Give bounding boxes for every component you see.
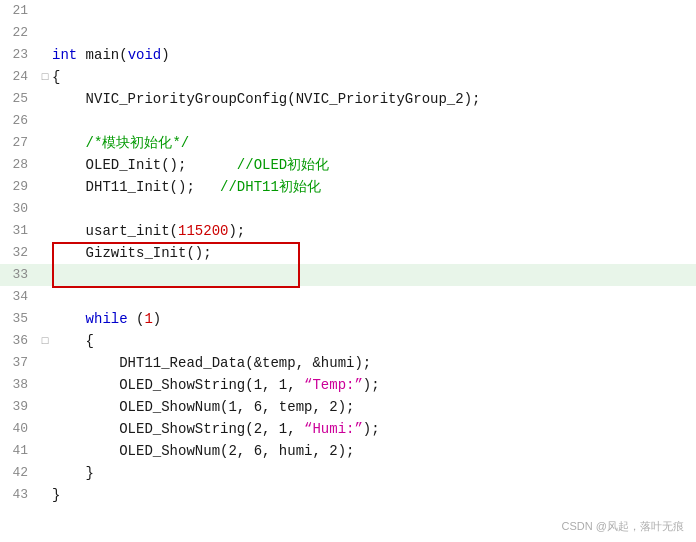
line-content: { [52, 330, 696, 352]
code-token: Gizwits_Init(); [52, 245, 212, 261]
line-content: DHT11_Init(); //DHT11初始化 [52, 176, 696, 198]
code-token: ) [153, 311, 161, 327]
line-content: } [52, 462, 696, 484]
line-number: 39 [0, 396, 38, 418]
line-number: 43 [0, 484, 38, 506]
line-content: OLED_Init(); //OLED初始化 [52, 154, 696, 176]
line-number: 26 [0, 110, 38, 132]
code-line: 27 /*模块初始化*/ [0, 132, 696, 154]
code-token: ); [363, 421, 380, 437]
code-token: NVIC_PriorityGroupConfig(NVIC_PriorityGr… [52, 91, 480, 107]
code-token: ( [128, 311, 145, 327]
watermark: CSDN @风起，落叶无痕 [562, 519, 684, 534]
code-line: 30 [0, 198, 696, 220]
code-token: //OLED初始化 [237, 157, 329, 173]
code-line: 28 OLED_Init(); //OLED初始化 [0, 154, 696, 176]
code-token: “Humi:” [304, 421, 363, 437]
code-editor: 212223int main(void)24□{25 NVIC_Priority… [0, 0, 696, 542]
code-line: 33 [0, 264, 696, 286]
code-token: while [86, 311, 128, 327]
code-token: 115200 [178, 223, 228, 239]
line-content: OLED_ShowNum(1, 6, temp, 2); [52, 396, 696, 418]
code-line: 40 OLED_ShowString(2, 1, “Humi:”); [0, 418, 696, 440]
code-line: 26 [0, 110, 696, 132]
code-line: 41 OLED_ShowNum(2, 6, humi, 2); [0, 440, 696, 462]
line-number: 21 [0, 0, 38, 22]
code-lines: 212223int main(void)24□{25 NVIC_Priority… [0, 0, 696, 506]
code-line: 21 [0, 0, 696, 22]
code-token [52, 135, 86, 151]
code-token: “Temp:” [304, 377, 363, 393]
code-line: 37 DHT11_Read_Data(&temp, &humi); [0, 352, 696, 374]
line-number: 38 [0, 374, 38, 396]
line-number: 40 [0, 418, 38, 440]
code-token [52, 311, 86, 327]
code-token: ) [161, 47, 169, 63]
code-line: 35 while (1) [0, 308, 696, 330]
line-content: DHT11_Read_Data(&temp, &humi); [52, 352, 696, 374]
code-line: 42 } [0, 462, 696, 484]
line-content: while (1) [52, 308, 696, 330]
code-line: 23int main(void) [0, 44, 696, 66]
line-content: NVIC_PriorityGroupConfig(NVIC_PriorityGr… [52, 88, 696, 110]
line-gutter: □ [38, 66, 52, 88]
line-content: OLED_ShowNum(2, 6, humi, 2); [52, 440, 696, 462]
code-token: OLED_ShowString(1, 1, [52, 377, 304, 393]
line-content: { [52, 66, 696, 88]
code-token: DHT11_Init(); [52, 179, 220, 195]
code-token: { [52, 69, 60, 85]
line-number: 22 [0, 22, 38, 44]
code-line: 38 OLED_ShowString(1, 1, “Temp:”); [0, 374, 696, 396]
code-token: //DHT11初始化 [220, 179, 321, 195]
line-number: 41 [0, 440, 38, 462]
line-number: 34 [0, 286, 38, 308]
code-token: void [128, 47, 162, 63]
code-line: 22 [0, 22, 696, 44]
line-number: 29 [0, 176, 38, 198]
code-token: /*模块初始化*/ [86, 135, 190, 151]
code-line: 25 NVIC_PriorityGroupConfig(NVIC_Priorit… [0, 88, 696, 110]
line-number: 24 [0, 66, 38, 88]
line-number: 36 [0, 330, 38, 352]
line-content: OLED_ShowString(1, 1, “Temp:”); [52, 374, 696, 396]
code-line: 39 OLED_ShowNum(1, 6, temp, 2); [0, 396, 696, 418]
code-line: 31 usart_init(115200); [0, 220, 696, 242]
code-line: 24□{ [0, 66, 696, 88]
line-content: } [52, 484, 696, 506]
code-token: usart_init( [52, 223, 178, 239]
line-number: 23 [0, 44, 38, 66]
code-token: OLED_ShowNum(2, 6, humi, 2); [52, 443, 354, 459]
code-token: ); [363, 377, 380, 393]
line-number: 33 [0, 264, 38, 286]
line-number: 31 [0, 220, 38, 242]
code-token: OLED_Init(); [52, 157, 237, 173]
code-line: 36□ { [0, 330, 696, 352]
code-line: 34 [0, 286, 696, 308]
code-token: } [52, 487, 60, 503]
line-number: 35 [0, 308, 38, 330]
code-token: OLED_ShowString(2, 1, [52, 421, 304, 437]
code-line: 43} [0, 484, 696, 506]
code-token: 1 [144, 311, 152, 327]
code-token: { [52, 333, 94, 349]
code-line: 32 Gizwits_Init(); [0, 242, 696, 264]
code-token: main( [86, 47, 128, 63]
line-number: 25 [0, 88, 38, 110]
line-number: 28 [0, 154, 38, 176]
code-token: OLED_ShowNum(1, 6, temp, 2); [52, 399, 354, 415]
line-number: 30 [0, 198, 38, 220]
code-token: } [52, 465, 94, 481]
code-token: int [52, 47, 86, 63]
line-content: /*模块初始化*/ [52, 132, 696, 154]
line-number: 27 [0, 132, 38, 154]
line-content: Gizwits_Init(); [52, 242, 696, 264]
line-gutter: □ [38, 330, 52, 352]
code-token: ); [228, 223, 245, 239]
line-content: usart_init(115200); [52, 220, 696, 242]
line-number: 32 [0, 242, 38, 264]
code-line: 29 DHT11_Init(); //DHT11初始化 [0, 176, 696, 198]
line-content: int main(void) [52, 44, 696, 66]
line-content: OLED_ShowString(2, 1, “Humi:”); [52, 418, 696, 440]
line-number: 37 [0, 352, 38, 374]
code-token: DHT11_Read_Data(&temp, &humi); [52, 355, 371, 371]
